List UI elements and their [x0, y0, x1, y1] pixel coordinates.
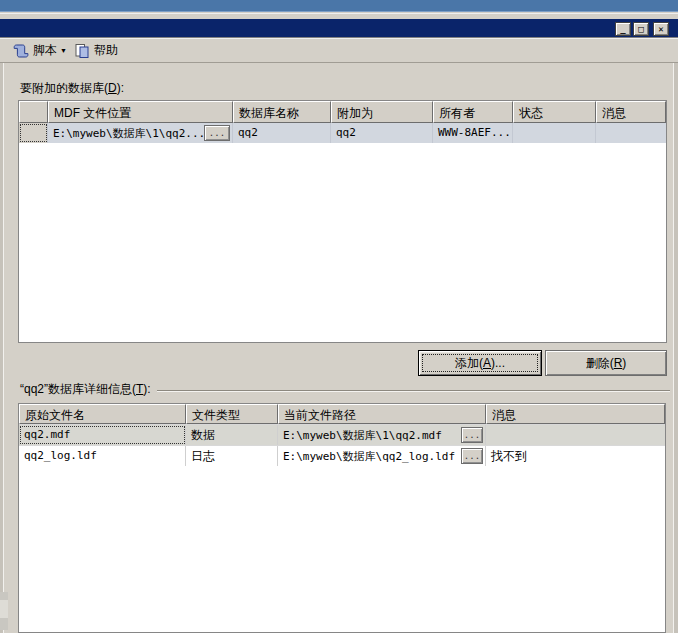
column-header-message[interactable]: 消息	[596, 101, 666, 123]
help-button-label: 帮助	[94, 42, 118, 59]
help-button[interactable]: 帮助	[71, 40, 121, 61]
remove-button-label: 删除(R)	[586, 355, 627, 372]
database-details-label: “qq2”数据库详细信息(T):	[20, 381, 670, 398]
owner-cell[interactable]: WWW-8AEF...	[433, 123, 513, 143]
column-header-database-name[interactable]: 数据库名称	[233, 101, 331, 123]
add-button[interactable]: 添加(A)...	[418, 350, 542, 376]
mdf-location-cell[interactable]: E:\myweb\数据库\1\qq2... ...	[48, 123, 233, 143]
row-selector-cell[interactable]	[19, 123, 48, 143]
original-file-name-cell[interactable]: qq2_log.ldf	[19, 446, 186, 466]
current-file-path-value: E:\myweb\数据库\1\qq2.mdf	[283, 429, 442, 442]
current-file-path-value: E:\myweb\数据库\qq2_log.ldf	[283, 450, 455, 463]
dialog-titlebar: _ □ ✕	[0, 19, 678, 38]
column-header-original-file-name[interactable]: 原始文件名	[19, 404, 186, 424]
column-header-file-type[interactable]: 文件类型	[186, 404, 278, 424]
column-header-attach-as[interactable]: 附加为	[331, 101, 433, 123]
add-button-label: 添加(A)...	[423, 355, 537, 371]
background-window-titlebar	[0, 0, 678, 12]
browse-path-button[interactable]: ...	[461, 448, 483, 464]
table-row[interactable]: qq2.mdf 数据 E:\myweb\数据库\1\qq2.mdf ...	[19, 424, 665, 445]
help-icon	[74, 43, 90, 59]
message-cell[interactable]	[596, 123, 666, 143]
group-divider	[157, 390, 670, 392]
status-cell[interactable]	[513, 123, 596, 143]
script-dropdown-caret[interactable]: ▼	[60, 45, 71, 56]
current-file-path-cell[interactable]: E:\myweb\数据库\1\qq2.mdf ...	[278, 425, 486, 445]
databases-to-attach-grid: MDF 文件位置 数据库名称 附加为 所有者 状态 消息 E:\myweb\数据…	[18, 100, 667, 343]
column-header-owner[interactable]: 所有者	[433, 101, 513, 123]
mdf-location-value: E:\myweb\数据库\1\qq2...	[53, 127, 205, 140]
window-controls: _ □ ✕	[615, 22, 669, 36]
file-type-cell[interactable]: 日志	[186, 446, 278, 466]
browse-mdf-button[interactable]: ...	[204, 125, 230, 141]
message-cell[interactable]: 找不到	[486, 446, 665, 466]
column-header-current-file-path[interactable]: 当前文件路径	[278, 404, 486, 424]
current-file-path-cell[interactable]: E:\myweb\数据库\qq2_log.ldf ...	[278, 446, 486, 466]
dialog-right-edge	[673, 63, 678, 633]
browse-path-button[interactable]: ...	[461, 427, 483, 443]
row-selector-header	[19, 101, 48, 123]
grid-header-row: MDF 文件位置 数据库名称 附加为 所有者 状态 消息	[19, 101, 666, 123]
attach-as-cell[interactable]: qq2	[331, 123, 433, 143]
table-row[interactable]: qq2_log.ldf 日志 E:\myweb\数据库\qq2_log.ldf …	[19, 445, 665, 466]
dialog-toolbar: 脚本 ▼ 帮助	[0, 38, 678, 63]
script-button-label: 脚本	[33, 42, 57, 59]
minimize-button[interactable]: _	[615, 22, 631, 36]
background-scrollbar	[0, 592, 8, 630]
maximize-button[interactable]: □	[633, 22, 649, 36]
column-header-status[interactable]: 状态	[513, 101, 596, 123]
database-details-grid: 原始文件名 文件类型 当前文件路径 消息 qq2.mdf 数据 E:\myweb…	[18, 403, 666, 633]
script-icon	[13, 43, 29, 59]
grid-header-row: 原始文件名 文件类型 当前文件路径 消息	[19, 404, 665, 424]
databases-to-attach-label: 要附加的数据库(D):	[20, 80, 124, 97]
file-type-cell[interactable]: 数据	[186, 425, 278, 445]
original-file-name-cell[interactable]: qq2.mdf	[19, 425, 186, 445]
remove-button[interactable]: 删除(R)	[545, 350, 667, 376]
dialog-left-edge	[0, 63, 4, 633]
column-header-mdf-location[interactable]: MDF 文件位置	[48, 101, 233, 123]
database-name-cell[interactable]: qq2	[233, 123, 331, 143]
background-scrollbar-thumb	[0, 600, 8, 618]
message-cell[interactable]	[486, 425, 665, 445]
column-header-message[interactable]: 消息	[486, 404, 665, 424]
table-row[interactable]: E:\myweb\数据库\1\qq2... ... qq2 qq2 WWW-8A…	[19, 123, 666, 143]
script-button[interactable]: 脚本	[10, 40, 60, 61]
close-button[interactable]: ✕	[653, 22, 669, 36]
attach-database-dialog: _ □ ✕ 脚本 ▼ 帮助 要附加的数据库(D): MDF 文件位置 数据库名称	[0, 0, 678, 633]
